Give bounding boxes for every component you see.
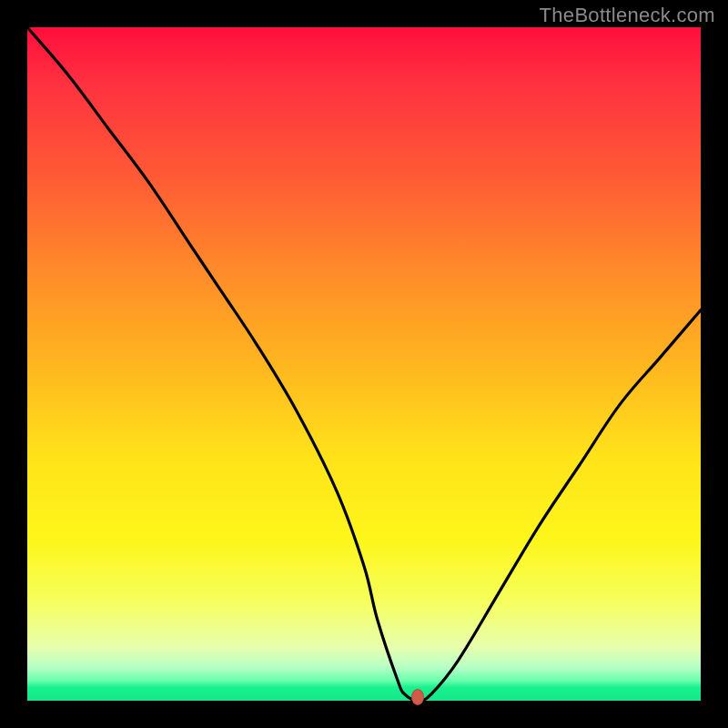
watermark-text: TheBottleneck.com (540, 4, 715, 27)
curve-path (27, 27, 701, 701)
optimal-point-marker (411, 689, 424, 705)
bottleneck-curve (27, 27, 701, 701)
chart-plot-area (27, 27, 701, 701)
chart-frame: TheBottleneck.com (0, 0, 728, 728)
